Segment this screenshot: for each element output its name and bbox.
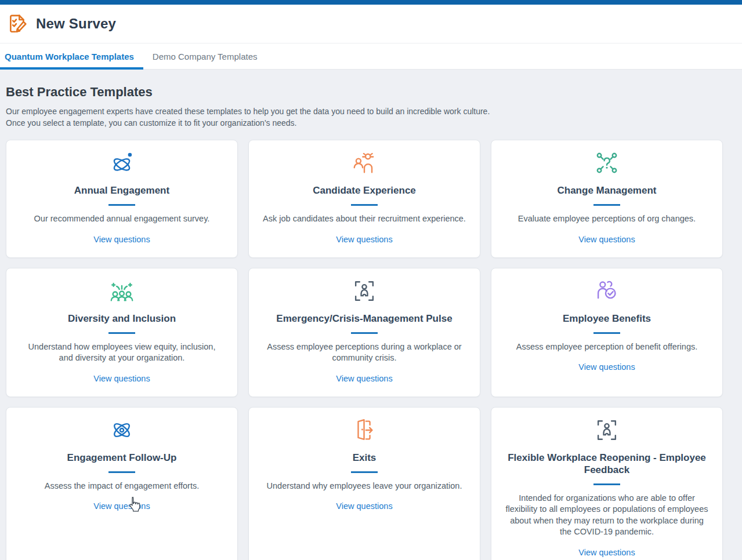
template-card[interactable]: Engagement Follow-Up Assess the impact o…	[6, 407, 238, 560]
card-description: Assess employee perceptions during a wor…	[263, 341, 466, 364]
template-card[interactable]: Emergency/Crisis-Management Pulse Assess…	[248, 268, 480, 397]
card-title: Exits	[263, 452, 466, 464]
card-description: Intended for organizations who are able …	[505, 493, 708, 538]
template-card[interactable]: Exits Understand why employees leave you…	[248, 407, 480, 560]
view-questions-link[interactable]: View questions	[93, 235, 150, 244]
exit-door-icon	[263, 417, 466, 443]
template-tabs: Quantum Workplace Templates Demo Company…	[0, 43, 742, 70]
title-accent-bar	[593, 204, 620, 206]
card-title: Engagement Follow-Up	[20, 452, 223, 464]
view-questions-link[interactable]: View questions	[336, 501, 392, 511]
title-accent-bar	[108, 471, 135, 473]
title-accent-bar	[351, 204, 378, 206]
card-title: Diversity and Inclusion	[20, 312, 223, 325]
page-title: New Survey	[36, 16, 116, 32]
atom-icon	[20, 417, 223, 443]
change-question-icon	[505, 150, 708, 176]
title-accent-bar	[351, 471, 378, 473]
card-description: Understand how employees view equity, in…	[20, 341, 223, 364]
tab-quantum-workplace-templates[interactable]: Quantum Workplace Templates	[0, 43, 143, 69]
person-frame-icon	[505, 417, 708, 443]
template-card[interactable]: Diversity and Inclusion Understand how e…	[6, 268, 238, 397]
diversity-people-icon	[20, 278, 223, 304]
card-title: Employee Benefits	[505, 312, 708, 325]
template-card[interactable]: Flexible Workplace Reopening - Employee …	[491, 407, 723, 560]
title-accent-bar	[593, 332, 620, 334]
template-card[interactable]: Annual Engagement Our recommended annual…	[6, 140, 238, 258]
card-title: Candidate Experience	[263, 184, 466, 197]
main-content: Best Practice Templates Our employee eng…	[0, 70, 742, 560]
orbit-satellite-icon	[20, 150, 223, 176]
card-description: Ask job candidates about their recruitme…	[263, 213, 466, 225]
section-description-line2: Once you select a template, you can cust…	[6, 117, 723, 129]
section-description-line1: Our employee engagement experts have cre…	[6, 106, 723, 117]
benefits-check-icon	[505, 278, 708, 304]
tab-demo-company-templates[interactable]: Demo Company Templates	[143, 43, 267, 69]
view-questions-link[interactable]: View questions	[336, 374, 392, 383]
card-description: Assess the impact of engagement efforts.	[20, 481, 223, 492]
card-description: Our recommended annual engagement survey…	[20, 213, 223, 225]
view-questions-link[interactable]: View questions	[578, 235, 635, 244]
candidate-people-icon	[263, 150, 466, 176]
view-questions-link[interactable]: View questions	[93, 374, 150, 383]
card-title: Emergency/Crisis-Management Pulse	[263, 312, 466, 325]
card-title: Change Management	[505, 184, 708, 197]
view-questions-link[interactable]: View questions	[93, 501, 150, 511]
card-description: Understand why employees leave your orga…	[263, 481, 466, 492]
card-description: Evaluate employee perceptions of org cha…	[505, 213, 708, 225]
view-questions-link[interactable]: View questions	[578, 362, 635, 372]
top-accent-bar	[0, 0, 742, 5]
title-accent-bar	[593, 483, 620, 485]
page-header: New Survey	[0, 5, 742, 43]
card-title: Flexible Workplace Reopening - Employee …	[505, 452, 708, 476]
card-title: Annual Engagement	[20, 184, 223, 197]
title-accent-bar	[351, 332, 378, 334]
view-questions-link[interactable]: View questions	[578, 548, 635, 557]
card-description: Assess employee perception of benefit of…	[505, 341, 708, 353]
section-title: Best Practice Templates	[6, 85, 723, 100]
title-accent-bar	[108, 204, 135, 206]
view-questions-link[interactable]: View questions	[336, 235, 392, 244]
survey-document-icon	[6, 12, 29, 35]
template-card[interactable]: Employee Benefits Assess employee percep…	[491, 268, 723, 397]
person-frame-icon	[263, 278, 466, 304]
template-card[interactable]: Change Management Evaluate employee perc…	[491, 140, 723, 258]
title-accent-bar	[108, 332, 135, 334]
template-grid: Annual Engagement Our recommended annual…	[6, 140, 723, 560]
template-card[interactable]: Candidate Experience Ask job candidates …	[248, 140, 480, 258]
